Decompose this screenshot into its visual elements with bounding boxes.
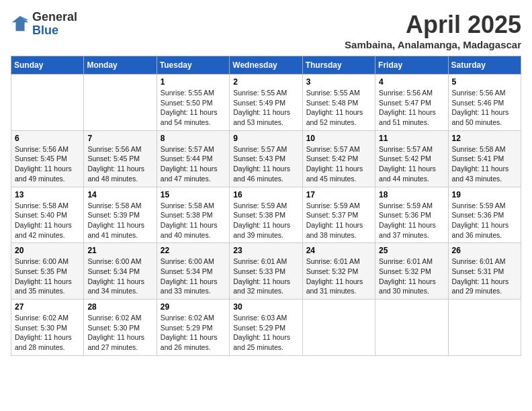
day-detail: Sunrise: 6:00 AMSunset: 5:34 PMDaylight:… xyxy=(87,257,152,296)
day-number: 3 xyxy=(306,77,371,87)
calendar-cell: 27Sunrise: 6:02 AMSunset: 5:30 PMDayligh… xyxy=(11,300,84,356)
weekday-header: Wednesday xyxy=(230,56,302,75)
day-detail: Sunrise: 5:57 AMSunset: 5:43 PMDaylight:… xyxy=(233,144,298,184)
day-number: 26 xyxy=(452,246,517,255)
calendar-cell xyxy=(448,300,521,356)
day-detail: Sunrise: 6:00 AMSunset: 5:35 PMDaylight:… xyxy=(15,257,80,296)
calendar-cell: 9Sunrise: 5:57 AMSunset: 5:43 PMDaylight… xyxy=(230,130,302,187)
day-detail: Sunrise: 5:58 AMSunset: 5:40 PMDaylight:… xyxy=(15,201,80,240)
calendar-week-row: 6Sunrise: 5:56 AMSunset: 5:45 PMDaylight… xyxy=(11,130,521,187)
day-detail: Sunrise: 5:56 AMSunset: 5:45 PMDaylight:… xyxy=(87,144,152,184)
calendar-cell: 2Sunrise: 5:55 AMSunset: 5:49 PMDaylight… xyxy=(230,75,302,131)
calendar-cell: 7Sunrise: 5:56 AMSunset: 5:45 PMDaylight… xyxy=(84,130,157,187)
calendar-week-row: 13Sunrise: 5:58 AMSunset: 5:40 PMDayligh… xyxy=(11,187,521,243)
calendar-cell: 20Sunrise: 6:00 AMSunset: 5:35 PMDayligh… xyxy=(11,243,84,300)
day-number: 11 xyxy=(379,134,444,143)
calendar-week-row: 27Sunrise: 6:02 AMSunset: 5:30 PMDayligh… xyxy=(11,300,521,356)
logo-general: General xyxy=(32,11,77,24)
day-detail: Sunrise: 5:57 AMSunset: 5:42 PMDaylight:… xyxy=(379,144,444,184)
day-detail: Sunrise: 5:59 AMSunset: 5:36 PMDaylight:… xyxy=(452,201,517,240)
day-number: 27 xyxy=(15,302,80,312)
calendar-cell: 15Sunrise: 5:58 AMSunset: 5:38 PMDayligh… xyxy=(157,187,229,243)
day-detail: Sunrise: 5:58 AMSunset: 5:38 PMDaylight:… xyxy=(161,201,226,240)
day-detail: Sunrise: 5:59 AMSunset: 5:37 PMDaylight:… xyxy=(306,201,371,240)
day-detail: Sunrise: 6:02 AMSunset: 5:30 PMDaylight:… xyxy=(87,313,152,353)
calendar-cell xyxy=(302,300,375,356)
calendar-cell: 30Sunrise: 6:03 AMSunset: 5:29 PMDayligh… xyxy=(230,300,302,356)
calendar-cell: 11Sunrise: 5:57 AMSunset: 5:42 PMDayligh… xyxy=(375,130,448,187)
day-detail: Sunrise: 5:56 AMSunset: 5:46 PMDaylight:… xyxy=(452,88,517,128)
day-detail: Sunrise: 6:00 AMSunset: 5:34 PMDaylight:… xyxy=(161,257,226,296)
day-number: 14 xyxy=(87,190,152,199)
calendar-cell: 1Sunrise: 5:55 AMSunset: 5:50 PMDaylight… xyxy=(157,75,229,131)
day-number: 24 xyxy=(306,246,371,255)
day-detail: Sunrise: 5:55 AMSunset: 5:48 PMDaylight:… xyxy=(306,88,371,128)
calendar-cell: 22Sunrise: 6:00 AMSunset: 5:34 PMDayligh… xyxy=(157,243,229,300)
day-number: 18 xyxy=(379,190,444,199)
day-detail: Sunrise: 5:59 AMSunset: 5:38 PMDaylight:… xyxy=(233,201,298,240)
weekday-header: Friday xyxy=(375,56,448,75)
day-number: 21 xyxy=(87,246,152,255)
calendar-cell: 12Sunrise: 5:58 AMSunset: 5:41 PMDayligh… xyxy=(448,130,521,187)
weekday-header: Saturday xyxy=(448,56,521,75)
day-number: 12 xyxy=(452,134,517,143)
weekday-header: Monday xyxy=(84,56,157,75)
day-number: 16 xyxy=(233,190,298,199)
title-block: April 2025 Sambaina, Analamanga, Madagas… xyxy=(345,11,521,50)
calendar-cell xyxy=(375,300,448,356)
calendar-cell: 4Sunrise: 5:56 AMSunset: 5:47 PMDaylight… xyxy=(375,75,448,131)
day-detail: Sunrise: 5:56 AMSunset: 5:45 PMDaylight:… xyxy=(15,144,80,184)
calendar-week-row: 1Sunrise: 5:55 AMSunset: 5:50 PMDaylight… xyxy=(11,75,521,131)
calendar-cell xyxy=(84,75,157,131)
day-detail: Sunrise: 5:56 AMSunset: 5:47 PMDaylight:… xyxy=(379,88,444,128)
day-detail: Sunrise: 5:55 AMSunset: 5:50 PMDaylight:… xyxy=(161,88,226,128)
day-number: 17 xyxy=(306,190,371,199)
calendar-header-row: SundayMondayTuesdayWednesdayThursdayFrid… xyxy=(11,56,521,75)
calendar-cell: 3Sunrise: 5:55 AMSunset: 5:48 PMDaylight… xyxy=(302,75,375,131)
logo-text: General Blue xyxy=(32,11,77,38)
page-header: General Blue April 2025 Sambaina, Analam… xyxy=(11,11,521,50)
weekday-header: Tuesday xyxy=(157,56,229,75)
day-number: 10 xyxy=(306,134,371,143)
day-number: 8 xyxy=(161,134,226,143)
weekday-header: Thursday xyxy=(302,56,375,75)
day-detail: Sunrise: 5:58 AMSunset: 5:39 PMDaylight:… xyxy=(87,201,152,240)
day-number: 7 xyxy=(87,134,152,143)
day-detail: Sunrise: 6:03 AMSunset: 5:29 PMDaylight:… xyxy=(233,313,298,353)
day-number: 15 xyxy=(161,190,226,199)
day-detail: Sunrise: 5:57 AMSunset: 5:44 PMDaylight:… xyxy=(161,144,226,184)
day-number: 20 xyxy=(15,246,80,255)
calendar-cell: 29Sunrise: 6:02 AMSunset: 5:29 PMDayligh… xyxy=(157,300,229,356)
day-detail: Sunrise: 5:55 AMSunset: 5:49 PMDaylight:… xyxy=(233,88,298,128)
calendar-cell: 6Sunrise: 5:56 AMSunset: 5:45 PMDaylight… xyxy=(11,130,84,187)
logo: General Blue xyxy=(11,11,77,38)
day-number: 9 xyxy=(233,134,298,143)
location-subtitle: Sambaina, Analamanga, Madagascar xyxy=(345,39,521,50)
calendar-cell: 14Sunrise: 5:58 AMSunset: 5:39 PMDayligh… xyxy=(84,187,157,243)
day-number: 6 xyxy=(15,134,80,143)
calendar-table: SundayMondayTuesdayWednesdayThursdayFrid… xyxy=(11,56,521,356)
day-detail: Sunrise: 6:01 AMSunset: 5:32 PMDaylight:… xyxy=(306,257,371,296)
calendar-cell: 21Sunrise: 6:00 AMSunset: 5:34 PMDayligh… xyxy=(84,243,157,300)
calendar-cell: 23Sunrise: 6:01 AMSunset: 5:33 PMDayligh… xyxy=(230,243,302,300)
day-detail: Sunrise: 6:01 AMSunset: 5:32 PMDaylight:… xyxy=(379,257,444,296)
day-number: 28 xyxy=(87,302,152,312)
month-title: April 2025 xyxy=(345,11,521,39)
day-number: 4 xyxy=(379,77,444,87)
day-detail: Sunrise: 5:58 AMSunset: 5:41 PMDaylight:… xyxy=(452,144,517,184)
day-number: 13 xyxy=(15,190,80,199)
day-detail: Sunrise: 6:01 AMSunset: 5:33 PMDaylight:… xyxy=(233,257,298,296)
calendar-cell xyxy=(11,75,84,131)
calendar-cell: 8Sunrise: 5:57 AMSunset: 5:44 PMDaylight… xyxy=(157,130,229,187)
calendar-cell: 26Sunrise: 6:01 AMSunset: 5:31 PMDayligh… xyxy=(448,243,521,300)
day-number: 29 xyxy=(161,302,226,312)
day-number: 23 xyxy=(233,246,298,255)
calendar-cell: 28Sunrise: 6:02 AMSunset: 5:30 PMDayligh… xyxy=(84,300,157,356)
day-number: 2 xyxy=(233,77,298,87)
calendar-cell: 5Sunrise: 5:56 AMSunset: 5:46 PMDaylight… xyxy=(448,75,521,131)
calendar-cell: 16Sunrise: 5:59 AMSunset: 5:38 PMDayligh… xyxy=(230,187,302,243)
svg-marker-0 xyxy=(12,16,28,31)
day-detail: Sunrise: 5:57 AMSunset: 5:42 PMDaylight:… xyxy=(306,144,371,184)
calendar-cell: 10Sunrise: 5:57 AMSunset: 5:42 PMDayligh… xyxy=(302,130,375,187)
logo-blue: Blue xyxy=(32,24,77,38)
